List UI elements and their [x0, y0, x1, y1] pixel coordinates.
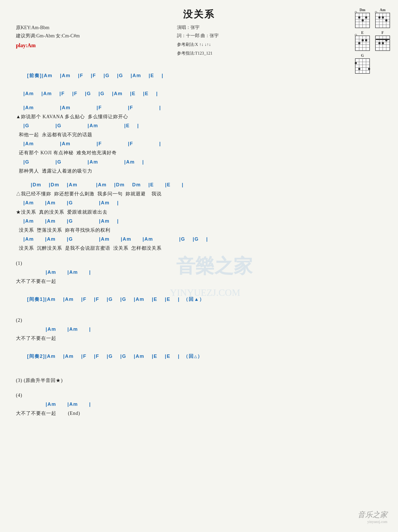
- song-title: 没关系: [16, 8, 382, 21]
- chord-dm: Dm: [355, 8, 370, 28]
- verse-lyric4: 那种男人 透露让人着迷的吸引力: [16, 166, 382, 175]
- intro-label: [前奏]|Am |Am |F |F |G |G |Am |E |: [16, 62, 382, 89]
- chord-f: F: [375, 31, 390, 51]
- logo-bottom-right: 音乐之家 yinyuezj.com: [358, 510, 387, 524]
- section-4-lyric: 大不了不要在一起 (End): [16, 409, 382, 418]
- verse-chords3: |Am |Am |F |F |: [16, 139, 382, 148]
- chord-am: Am: [375, 8, 390, 28]
- section-2: (2) |Am |Am | 大不了不要在一起 [间奏2]|Am |Am |F |…: [16, 316, 382, 370]
- chorus-chords4: |Am |Am |G |Am |Am |Am |G |G |: [16, 235, 382, 244]
- chord-row-3: G: [355, 54, 390, 74]
- chord-diagrams: Dm Am: [355, 8, 390, 74]
- section-2-chords: |Am |Am |: [16, 325, 382, 334]
- key-suggest: 建议男调:Gm-Abm 女:Cm-C#m: [16, 32, 80, 40]
- header-info: 原KEY:Am-Bbm 建议男调:Gm-Abm 女:Cm-C#m play:Am…: [16, 24, 382, 57]
- chorus-lyric4: 没关系 沉醉没关系 是我不会说甜言蜜语 没关系 怎样都没关系: [16, 244, 382, 253]
- section-2-lyric: 大不了不要在一起: [16, 334, 382, 343]
- section-3: (3) (原曲升半音回★): [16, 376, 382, 385]
- chord-e: E: [355, 31, 370, 51]
- verse-lyric1: ▲妳说那个 KAVANA 多么贴心 多么懂得让妳开心: [16, 112, 382, 121]
- section-1-lyric: 大不了不要在一起: [16, 277, 382, 286]
- chorus-chords1: |Dm |Dm |Am |Am |Dm Dm |E |E |: [16, 180, 382, 189]
- main-page: 音樂之家 YINYUEZJ.COM Dm: [0, 0, 398, 532]
- chord-row-2: E F: [355, 31, 390, 51]
- chord-row-1: Dm Am: [355, 8, 390, 28]
- logo-text: 音乐之家: [358, 510, 387, 520]
- section-2-label: (2): [16, 316, 382, 325]
- section-4-chords: |Am |Am |: [16, 400, 382, 409]
- interlude1: [间奏1]|Am |Am |F |F |G |G |Am |E |E | （回▲…: [16, 286, 382, 313]
- verse-section: |Am |Am |F |F | ▲妳说那个 KAVANA 多么贴心 多么懂得让妳…: [16, 103, 382, 176]
- performer: 演唱：张宇: [177, 24, 219, 32]
- section-1-label: (1): [16, 259, 382, 268]
- verse-lyric3: 还有那个 KOJI 有点神秘 难免对他充满好奇: [16, 148, 382, 157]
- section-4-label: (4): [16, 391, 382, 400]
- chorus-lyric1: △我已经不懂妳 妳还想要什么刺激 我多问一句 妳就迴避 我说: [16, 189, 382, 198]
- chorus-chords3: |Am |Am |G |Am |: [16, 217, 382, 226]
- verse-chords4: |G |G |Am |Am |: [16, 157, 382, 166]
- logo-sub: yinyuezj.com: [358, 520, 387, 524]
- chorus-lyric3: 没关系 堕落没关系 妳有寻找快乐的权利: [16, 226, 382, 235]
- chorus-chords2: |Am |Am |G |Am |: [16, 198, 382, 207]
- chorus-section: |Dm |Dm |Am |Am |Dm Dm |E |E | △我已经不懂妳 妳…: [16, 180, 382, 253]
- chord-g: G: [355, 54, 370, 74]
- header-left: 原KEY:Am-Bbm 建议男调:Gm-Abm 女:Cm-C#m play:Am: [16, 24, 80, 50]
- strumming: 参考刷法:X ↑↓ ↓↑↓: [177, 41, 219, 49]
- chorus-lyric2: ★没关系 真的没关系 爱跟谁就跟谁出去: [16, 208, 382, 217]
- lyricist: 詞：十一郎 曲：张宇: [177, 32, 219, 40]
- intro-chords2: |Am |Am |F |F |G |G |Am |E |E |: [16, 89, 382, 98]
- play-key: play:Am: [16, 41, 80, 50]
- verse-chords1: |Am |Am |F |F |: [16, 103, 382, 112]
- verse-chords2: |G |G |Am |E |: [16, 121, 382, 130]
- header-right: 演唱：张宇 詞：十一郎 曲：张宇 参考刷法:X ↑↓ ↓↑↓ 参考指法:T123…: [177, 24, 219, 57]
- intro-section: [前奏]|Am |Am |F |F |G |G |Am |E | |Am |Am…: [16, 62, 382, 98]
- section-1-chords: |Am |Am |: [16, 268, 382, 277]
- key-info: 原KEY:Am-Bbm: [16, 24, 80, 32]
- verse-lyric2: 和他一起 永远都有说不完的话题: [16, 130, 382, 139]
- interlude2: [间奏2]|Am |Am |F |F |G |G |Am |E |E | （回△…: [16, 343, 382, 370]
- section-1: (1) |Am |Am | 大不了不要在一起 [间奏1]|Am |Am |F |…: [16, 259, 382, 313]
- fingering: 参考指法:T123_121: [177, 50, 219, 57]
- section-3-label: (3) (原曲升半音回★): [16, 376, 382, 385]
- section-4: (4) |Am |Am | 大不了不要在一起 (End): [16, 391, 382, 418]
